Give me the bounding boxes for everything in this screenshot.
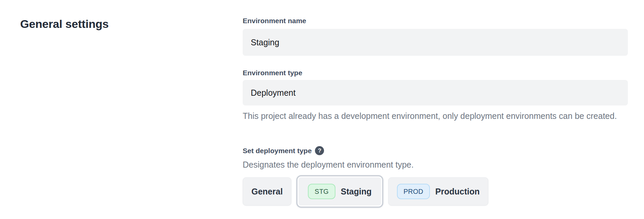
environment-type-label: Environment type [243, 69, 302, 77]
deployment-type-option-staging[interactable]: STG Staging [298, 177, 381, 206]
set-deployment-type-label: Set deployment type [243, 147, 312, 155]
production-badge: PROD [397, 184, 430, 199]
environment-type-help-text: This project already has a development e… [243, 110, 619, 122]
environment-name-input[interactable] [243, 29, 628, 56]
deployment-type-options: General STG Staging PROD Production [243, 175, 488, 208]
option-label: General [251, 187, 283, 196]
deployment-type-label-row: Set deployment type ? [243, 146, 324, 155]
question-mark-icon[interactable]: ? [315, 146, 324, 155]
deployment-type-option-general[interactable]: General [243, 177, 291, 206]
option-label: Production [435, 187, 480, 196]
environment-type-input[interactable] [243, 80, 628, 105]
deployment-type-option-production[interactable]: PROD Production [388, 177, 489, 206]
deployment-type-description: Designates the deployment environment ty… [243, 160, 414, 170]
page-title: General settings [20, 17, 109, 31]
staging-badge: STG [308, 184, 335, 199]
environment-name-label: Environment name [243, 17, 306, 25]
option-label: Staging [341, 187, 372, 196]
environment-settings-page: General settings Environment name Enviro… [0, 0, 644, 219]
